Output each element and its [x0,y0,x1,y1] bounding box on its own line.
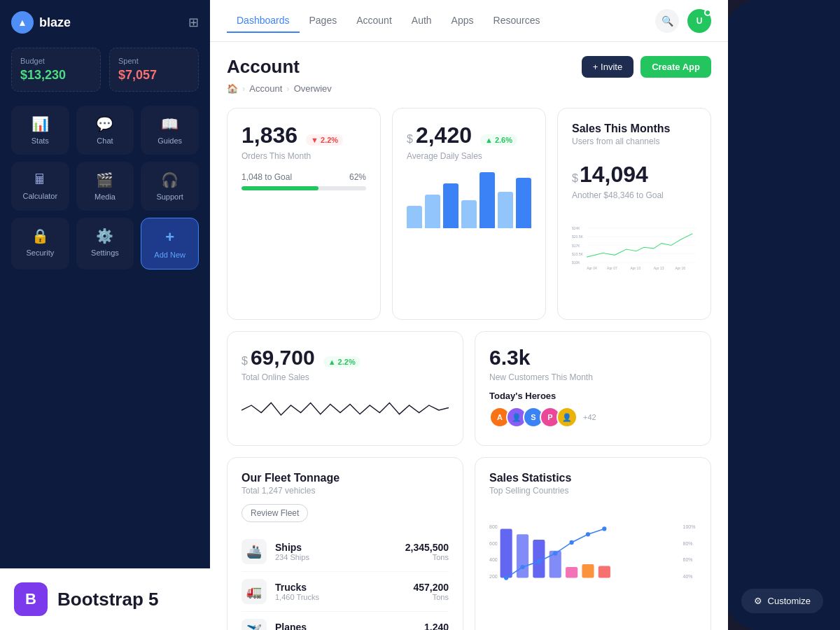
total-sales-badge: ▲ 2.2% [323,356,360,368]
sales-title: Sales This Months [572,122,696,135]
sales-stats-chart: 800 600 400 200 100% 80% 60% 40% [489,504,696,630]
media-label: Media [94,192,115,201]
customers-card: 6.3k New Customers This Month Today's He… [475,331,711,446]
customers-label: New Customers This Month [489,372,696,382]
chat-label: Chat [97,136,113,145]
tab-account[interactable]: Account [346,9,402,33]
page-actions: + Invite Create App [582,56,711,78]
trucks-name: Trucks [275,582,319,593]
sidebar-item-security[interactable]: 🔒 Security [11,218,69,270]
sidebar-item-chat[interactable]: 💬 Chat [76,106,134,155]
planes-name: Planes [275,622,309,630]
svg-rect-28 [582,564,594,578]
progress-fill [241,186,318,190]
customers-number: 6.3k [489,346,530,370]
customize-icon: ⚙ [754,596,762,606]
svg-rect-27 [566,567,578,578]
bar-1 [407,206,422,228]
customize-label: Customize [768,596,811,606]
ships-sub: 234 Ships [275,553,309,561]
trucks-unit: Tons [413,593,449,601]
svg-rect-23 [500,528,512,578]
sidebar-item-settings[interactable]: ⚙️ Settings [76,218,134,270]
invite-button[interactable]: + Invite [582,56,634,78]
tab-pages[interactable]: Pages [300,9,347,33]
bootstrap-label: Bootstrap 5 [57,589,158,610]
daily-sales-label: Average Daily Sales [407,151,531,161]
svg-point-34 [570,540,574,545]
review-fleet-button[interactable]: Review Fleet [241,504,308,522]
logo-text: blaze [39,15,71,30]
stats-label: Stats [31,136,49,145]
bar-3 [443,183,458,228]
sidebar-header: ▲ blaze ⊞ [11,11,199,34]
add-new-label: Add New [154,251,186,259]
fleet-section: Our Fleet Tonnage Total 1,247 vehicles R… [227,457,463,630]
svg-text:$10K: $10K [572,260,580,265]
total-dollar: $ [241,355,248,368]
bar-6 [498,192,513,228]
ships-info: Ships 234 Ships [275,542,309,561]
grid-menu: 📊 Stats 💬 Chat 📖 Guides 🖩 Calculator 🎬 M… [11,106,199,270]
progress-bar [241,186,366,190]
budget-card: Budget $13,230 [11,48,101,92]
svg-text:Apr 16: Apr 16 [675,266,685,270]
chat-icon: 💬 [96,115,113,132]
sidebar-item-add-new[interactable]: + Add New [141,218,199,270]
trucks-value: 457,200 Tons [413,582,449,601]
stats-icon: 📊 [31,115,49,132]
tab-auth[interactable]: Auth [402,9,442,33]
svg-text:$20.5K: $20.5K [572,234,584,239]
user-avatar[interactable]: U [687,9,711,33]
svg-text:Apr 07: Apr 07 [607,266,617,270]
sidebar-item-media[interactable]: 🎬 Media [76,162,134,211]
svg-point-35 [586,532,590,536]
sidebar: ▲ blaze ⊞ Budget $13,230 Spent $7,057 📊 … [0,0,210,630]
total-sales-card: $ 69,700 ▲ 2.2% Total Online Sales [227,331,463,446]
breadcrumb-account[interactable]: Account [249,83,282,94]
line-chart: $24K $20.5K $17K $13.5K $10K [572,207,696,305]
add-new-icon: + [165,228,174,246]
sidebar-item-calculator[interactable]: 🖩 Calculator [11,162,69,211]
bar-4 [461,200,477,228]
header-menu-icon[interactable]: ⊞ [188,15,199,30]
sidebar-item-support[interactable]: 🎧 Support [141,162,199,211]
svg-text:200: 200 [489,574,498,579]
trucks-icon: 🚛 [241,579,267,604]
logo-icon: ▲ [11,11,34,34]
budget-row: Budget $13,230 Spent $7,057 [11,48,199,92]
planes-value: 1,240 Tons [424,622,449,630]
planes-num: 1,240 [424,622,449,630]
tab-dashboards[interactable]: Dashboards [227,9,300,33]
sales-dollar: $ [572,172,578,185]
spent-card: Spent $7,057 [109,48,199,92]
svg-rect-25 [533,540,545,578]
ships-value: 2,345,500 Tons [405,542,449,561]
svg-text:Apr 13: Apr 13 [654,266,664,270]
wave-chart [241,389,449,431]
daily-sales-number: 2,420 [416,122,472,148]
daily-sales-chart [407,172,531,228]
customize-button[interactable]: ⚙ Customize [741,589,823,613]
sidebar-item-stats[interactable]: 📊 Stats [11,106,69,155]
breadcrumb-home: 🏠 [227,83,238,94]
tab-resources[interactable]: Resources [484,9,550,33]
calculator-icon: 🖩 [33,172,47,188]
sales-stats-section: Sales Statistics Top Selling Countries 8… [475,457,711,630]
svg-text:Apr 04: Apr 04 [587,266,597,270]
svg-text:400: 400 [489,557,498,562]
search-button[interactable]: 🔍 [655,9,679,33]
settings-label: Settings [91,248,119,257]
sales-subtitle: Users from all channels [572,136,696,146]
sidebar-item-guides[interactable]: 📖 Guides [141,106,199,155]
ships-num: 2,345,500 [405,542,449,553]
svg-text:60%: 60% [683,557,693,562]
create-app-button[interactable]: Create App [640,56,711,78]
daily-sales-card: $ 2,420 ▲ 2.6% Average Daily Sales [392,108,546,320]
svg-text:600: 600 [489,541,498,546]
tab-apps[interactable]: Apps [442,9,484,33]
ships-icon: 🚢 [241,539,267,564]
svg-text:40%: 40% [683,574,693,579]
bottom-grid: Our Fleet Tonnage Total 1,247 vehicles R… [227,457,711,630]
budget-value: $13,230 [20,68,92,83]
